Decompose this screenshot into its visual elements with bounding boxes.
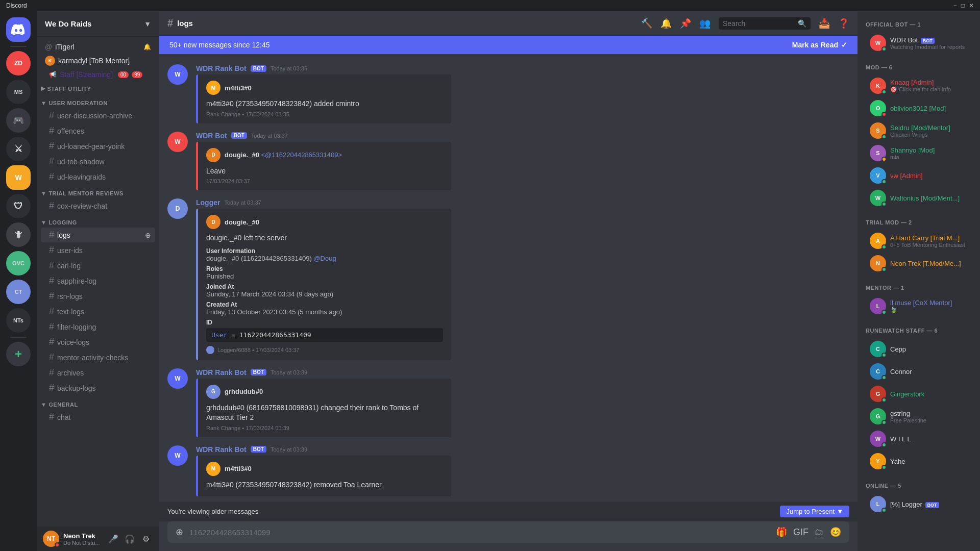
wdr-rank-bot-avatar-5: W (167, 445, 188, 466)
member-avatar-knaag: K (870, 78, 886, 94)
channel-staff-streaming[interactable]: 📢 Staff [Streaming] 00 99 (41, 68, 155, 81)
bell-icon[interactable]: 🔔 (660, 18, 672, 29)
members-icon[interactable]: 👥 (699, 18, 710, 29)
channel-text-logs[interactable]: # text-logs (41, 304, 155, 319)
channel-user-ids[interactable]: # user-ids (41, 243, 155, 258)
channel-label: mentor-activity-checks (57, 354, 128, 362)
channel-archives[interactable]: # archives (41, 365, 155, 380)
message-header-4: WDR Rank Bot BOT Today at 03:39 (196, 368, 849, 377)
message-group-4: W WDR Rank Bot BOT Today at 03:39 G grhd… (159, 366, 857, 439)
close-button[interactable]: ✕ (969, 2, 974, 9)
channel-chat[interactable]: # chat (41, 410, 155, 424)
add-icon[interactable]: ⊕ (176, 527, 183, 538)
deafen-button[interactable]: 🎧 (122, 532, 137, 546)
hammer-icon[interactable]: 🔨 (641, 18, 652, 29)
server-icon-game3[interactable]: 🛡 (6, 194, 31, 218)
gif-icon[interactable]: GIF (793, 527, 808, 538)
member-shannyo[interactable]: S Shannyo [Mod] mia (862, 142, 976, 164)
new-messages-banner[interactable]: 50+ new messages since 12:45 Mark as Rea… (159, 36, 857, 54)
member-logger-bot[interactable]: L [%] Logger BOT (862, 493, 976, 515)
channel-itigerl[interactable]: @ iTigerl 🔔 (41, 41, 155, 53)
channel-mentor-activity-checks[interactable]: # mentor-activity-checks (41, 350, 155, 365)
server-icon-nt[interactable]: NTs (6, 308, 31, 333)
channel-rsn-logs[interactable]: # rsn-logs (41, 289, 155, 304)
channel-ud-leavingraids[interactable]: # ud-leavingraids (41, 169, 155, 184)
server-icon-game2[interactable]: ⚔ (6, 137, 31, 161)
field-value-joined-at: Sunday, 17 March 2024 03:34 (9 days ago) (206, 290, 443, 298)
search-box[interactable]: 🔍 (719, 17, 811, 30)
server-header[interactable]: We Do Raids ▼ (37, 11, 159, 37)
channel-sapphire-log[interactable]: # sapphire-log (41, 273, 155, 288)
add-member-icon[interactable]: ⊕ (145, 231, 151, 239)
member-connor[interactable]: C Connor (862, 360, 976, 383)
help-icon[interactable]: ❓ (838, 18, 849, 29)
category-runewatch: RUNEWATCH STAFF — 6 (857, 325, 980, 336)
message-input[interactable] (189, 528, 770, 537)
mute-button[interactable]: 🎤 (106, 532, 120, 546)
member-avatar-shannyo: S (870, 145, 886, 161)
channel-offences[interactable]: # offences (41, 123, 155, 138)
server-icon-zd[interactable]: ZD (6, 51, 31, 76)
server-icon-ct[interactable]: CT (6, 280, 31, 304)
settings-button[interactable]: ⚙ (139, 532, 153, 546)
jump-to-present-button[interactable]: Jump to Present ▼ (780, 506, 849, 517)
member-yahe[interactable]: Y Yahe (862, 450, 976, 472)
member-name-ll-muse: ll muse [CoX Mentor] (890, 299, 972, 307)
category-general[interactable]: ▼ GENERAL (37, 397, 159, 410)
member-will[interactable]: W W I L L (862, 428, 976, 450)
server-icon-game4[interactable]: 🗡 (6, 222, 31, 247)
category-trial-mentor-reviews[interactable]: ▼ TRIAL MENTOR REVIEWS (37, 186, 159, 198)
search-input[interactable] (723, 19, 794, 28)
channel-karmadyl[interactable]: K karmadyl [ToB Mentor] (41, 54, 155, 68)
server-icon-ov[interactable]: OVC (6, 251, 31, 276)
channel-filter-logging[interactable]: # filter-logging (41, 319, 155, 334)
member-waltonius[interactable]: W Waltonius [Mod/Ment...] (862, 187, 976, 209)
member-name-shannyo: Shannyo [Mod] (890, 146, 972, 154)
channel-ud-loaned-gear-yoink[interactable]: # ud-loaned-gear-yoink (41, 139, 155, 154)
member-cepp[interactable]: C Cepp (862, 338, 976, 360)
category-logging[interactable]: ▼ LOGGING (37, 215, 159, 228)
member-oblivion3012[interactable]: O oblivion3012 [Mod] (862, 97, 976, 119)
channel-carl-log[interactable]: # carl-log (41, 258, 155, 273)
server-icon-ms[interactable]: MS (6, 80, 31, 104)
member-neon-trek[interactable]: N Neon Trek [T.Mod/Me...] (862, 252, 976, 274)
channel-logs[interactable]: # logs ⊕ (41, 228, 155, 242)
channel-user-discussion-archive[interactable]: # user-discussion-archive (41, 108, 155, 123)
member-ll-muse[interactable]: L ll muse [CoX Mentor] 🍃 (862, 295, 976, 317)
mark-as-read-button[interactable]: Mark as Read ✓ (792, 41, 847, 49)
gift-icon[interactable]: 🎁 (776, 527, 787, 538)
emoji-icon[interactable]: 😊 (830, 527, 841, 538)
member-vw[interactable]: V vw [Admin] (862, 164, 976, 187)
inbox-icon[interactable]: 📥 (819, 18, 830, 29)
pin-icon[interactable]: 📌 (680, 18, 691, 29)
channel-backup-logs[interactable]: # backup-logs (41, 381, 155, 395)
user-panel: NT Neon Trek Do Not Distu... 🎤 🎧 ⚙ (37, 527, 159, 551)
embed-field-user-info: User Information dougie._#0 (11622044286… (206, 247, 443, 262)
embed-field-roles: Roles Punished (206, 265, 443, 280)
member-gingerstork[interactable]: G Gingerstork (862, 383, 976, 405)
server-icon-game1[interactable]: 🎮 (6, 108, 31, 133)
category-user-moderation[interactable]: ▼ USER MODERATION (37, 96, 159, 108)
channel-cox-review-chat[interactable]: # cox-review-chat (41, 198, 155, 213)
member-gstring[interactable]: G gstring Free Palestine (862, 405, 976, 428)
member-wdr-bot[interactable]: W WDR Bot BOT Watching !modmail for repo… (862, 32, 976, 54)
category-label: GENERAL (48, 402, 78, 408)
status-dot (881, 134, 887, 139)
member-knaag[interactable]: K Knaag [Admin] 🎯 Click me for clan info (862, 74, 976, 97)
field-name-roles: Roles (206, 265, 443, 272)
sticker-icon[interactable]: 🗂 (815, 527, 824, 538)
member-a-hard-carry[interactable]: A A Hard Carry [Trial M...] 0+5 ToB Ment… (862, 230, 976, 252)
minimize-button[interactable]: − (953, 2, 957, 9)
channel-voice-logs[interactable]: # voice-logs (41, 335, 155, 349)
add-server-button[interactable]: + (6, 342, 31, 366)
member-avatar-gingerstork: G (870, 386, 886, 402)
category-label: LOGGING (48, 219, 77, 226)
server-icon-wdr[interactable]: W (6, 165, 31, 190)
discord-home-icon[interactable] (6, 17, 31, 42)
channel-ud-tob-shadow[interactable]: # ud-tob-shadow (41, 154, 155, 169)
bot-badge-5: BOT (251, 446, 266, 453)
member-info-seldru: Seldru [Mod/Mentor] Chicken Wings (890, 124, 972, 138)
category-staff-utility[interactable]: ▶ STAFF UTILITY (37, 81, 159, 94)
member-seldru[interactable]: S Seldru [Mod/Mentor] Chicken Wings (862, 119, 976, 142)
maximize-button[interactable]: □ (961, 2, 965, 9)
